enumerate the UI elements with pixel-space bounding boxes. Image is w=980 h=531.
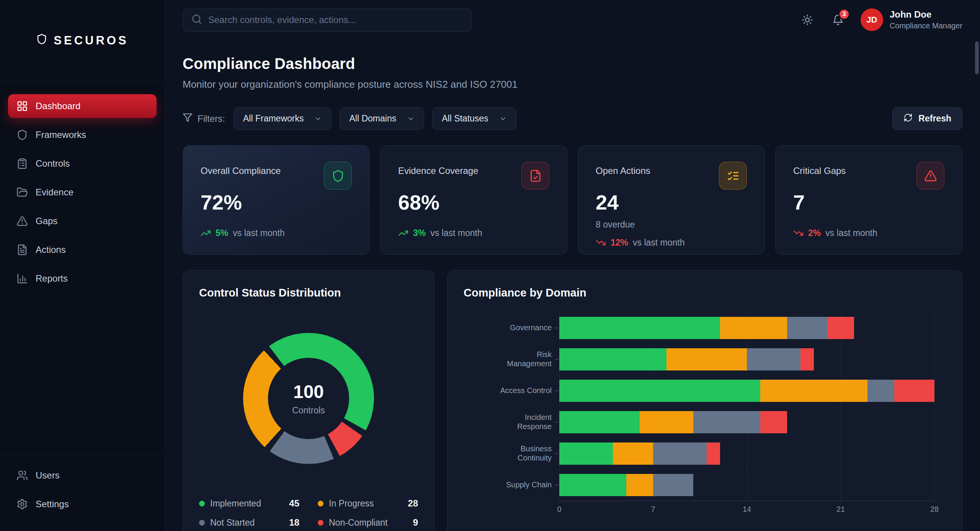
bar-segment-non-compliant <box>827 317 854 339</box>
bar-segment-non-compliant <box>760 411 787 433</box>
refresh-button[interactable]: Refresh <box>892 107 962 130</box>
bar-plot-area: 07142128 <box>559 312 934 516</box>
dropdown-value: All Frameworks <box>243 113 304 124</box>
chevron-down-icon <box>407 115 415 123</box>
sidebar-footer-nav: UsersSettings <box>0 464 165 521</box>
search-box[interactable] <box>183 8 472 32</box>
filter-dropdown-all-statuses[interactable]: All Statuses <box>432 107 516 130</box>
search-icon <box>191 14 202 25</box>
kpi-row: Overall Compliance 72% 5% vs last month … <box>183 145 962 255</box>
filter-row: Filters: All FrameworksAll DomainsAll St… <box>183 107 962 130</box>
sidebar-item-label: Evidence <box>36 187 74 198</box>
filter-dropdowns: All FrameworksAll DomainsAll Statuses <box>234 107 516 130</box>
bar-segment-implemented <box>559 442 613 465</box>
user-menu[interactable]: JD John Doe Compliance Manager <box>861 8 962 31</box>
shield-icon <box>16 129 28 141</box>
scrollbar-thumb[interactable] <box>975 41 979 74</box>
kpi-trend: 2% vs last month <box>793 228 944 238</box>
bar-category-label-business-continuity: BusinessContinuity <box>464 438 559 469</box>
kpi-trend: 12% vs last month <box>596 238 747 248</box>
legend-label: Non-Compliant <box>329 518 408 528</box>
filter-dropdown-all-frameworks[interactable]: All Frameworks <box>234 107 332 130</box>
axis-tick <box>555 422 559 423</box>
bar-segment-in-progress <box>720 317 787 339</box>
dropdown-value: All Domains <box>349 113 396 124</box>
user-name: John Doe <box>890 9 962 20</box>
sidebar-item-actions[interactable]: Actions <box>8 238 157 262</box>
axis-tick <box>555 453 559 454</box>
axis-tick <box>555 359 559 360</box>
x-tick-label: 0 <box>557 505 561 514</box>
settings-icon <box>16 498 28 510</box>
donut-center-value: 100 <box>293 381 324 402</box>
topbar: 3 JD John Doe Compliance Manager <box>165 0 980 40</box>
donut-chart-title: Control Status Distribution <box>199 287 418 299</box>
sidebar-item-gaps[interactable]: Gaps <box>8 209 157 233</box>
dropdown-value: All Statuses <box>442 113 488 124</box>
filters-label: Filters: <box>183 113 225 125</box>
sidebar-item-users[interactable]: Users <box>8 464 157 487</box>
sidebar-item-controls[interactable]: Controls <box>8 152 157 175</box>
sidebar-item-settings[interactable]: Settings <box>8 492 157 516</box>
page-title: Compliance Dashboard <box>183 55 962 72</box>
refresh-icon <box>903 113 913 125</box>
user-meta: John Doe Compliance Manager <box>890 9 962 30</box>
bar-category-labels: GovernanceRiskManagementAccess ControlIn… <box>464 312 559 516</box>
donut-center-label: Controls <box>292 405 325 416</box>
kpi-value: 68% <box>398 190 549 214</box>
kpi-label: Open Actions <box>596 166 650 176</box>
kpi-trend-suffix: vs last month <box>633 238 685 248</box>
main-area: 3 JD John Doe Compliance Manager Complia… <box>165 0 980 531</box>
x-tick-label: 28 <box>930 505 939 514</box>
kpi-subtext: 8 overdue <box>596 220 747 230</box>
bar-segment-in-progress <box>666 348 747 370</box>
sidebar-item-label: Dashboard <box>36 101 80 111</box>
sidebar-item-frameworks[interactable]: Frameworks <box>8 123 157 147</box>
axis-tick <box>555 328 559 328</box>
filter-dropdown-all-domains[interactable]: All Domains <box>340 107 424 130</box>
logo: SECUROS <box>0 0 165 81</box>
users-icon <box>16 470 28 481</box>
list-checks-icon <box>727 169 740 182</box>
trending-up-icon <box>201 228 211 238</box>
alert-triangle-icon <box>924 169 937 182</box>
chevron-down-icon <box>314 115 322 123</box>
theme-toggle-button[interactable] <box>799 12 815 28</box>
trending-down-icon <box>793 228 804 238</box>
bar-category-label-risk-management: RiskManagement <box>464 344 559 375</box>
filter-funnel-icon <box>183 113 193 125</box>
sidebar-item-label: Actions <box>36 244 66 255</box>
search-input[interactable] <box>208 15 463 25</box>
gridline <box>934 312 935 501</box>
bar-segment-non-compliant <box>894 380 934 402</box>
grid-icon <box>16 100 28 112</box>
sidebar-item-reports[interactable]: Reports <box>8 267 157 290</box>
kpi-trend-suffix: vs last month <box>430 228 482 238</box>
sidebar-item-label: Gaps <box>36 216 57 226</box>
app-root: SECUROS DashboardFrameworksControlsEvide… <box>0 0 980 531</box>
kpi-trend-suffix: vs last month <box>233 228 285 238</box>
bar-row-risk-management <box>559 344 934 375</box>
sidebar-item-label: Frameworks <box>36 129 86 140</box>
kpi-trend: 3% vs last month <box>398 228 549 238</box>
kpi-trend-suffix: vs last month <box>825 228 877 238</box>
kpi-label: Evidence Coverage <box>398 166 478 176</box>
bar-segment-in-progress <box>613 442 653 465</box>
bar-segment-implemented <box>559 317 720 339</box>
kpi-icon-tile <box>521 162 549 190</box>
kpi-head: Overall Compliance <box>201 162 352 190</box>
legend-item-in-progress: In Progress 28 <box>318 498 418 509</box>
avatar[interactable]: JD <box>861 8 883 31</box>
bar-row-supply-chain <box>559 469 934 501</box>
kpi-card-evidence-coverage: Evidence Coverage 68% 3% vs last month <box>380 145 567 255</box>
notifications-button[interactable]: 3 <box>830 12 846 28</box>
chart-x-axis: 07142128 <box>559 501 934 516</box>
donut-center: 100 Controls <box>268 358 349 439</box>
bar-segment-implemented <box>559 474 626 496</box>
page-subtitle: Monitor your organization's compliance p… <box>183 79 962 90</box>
sidebar-item-dashboard[interactable]: Dashboard <box>8 94 157 118</box>
sidebar-item-evidence[interactable]: Evidence <box>8 180 157 204</box>
legend-dot <box>318 501 323 506</box>
bar-chart-title: Compliance by Domain <box>464 287 946 299</box>
legend-label: Implemented <box>210 498 284 509</box>
